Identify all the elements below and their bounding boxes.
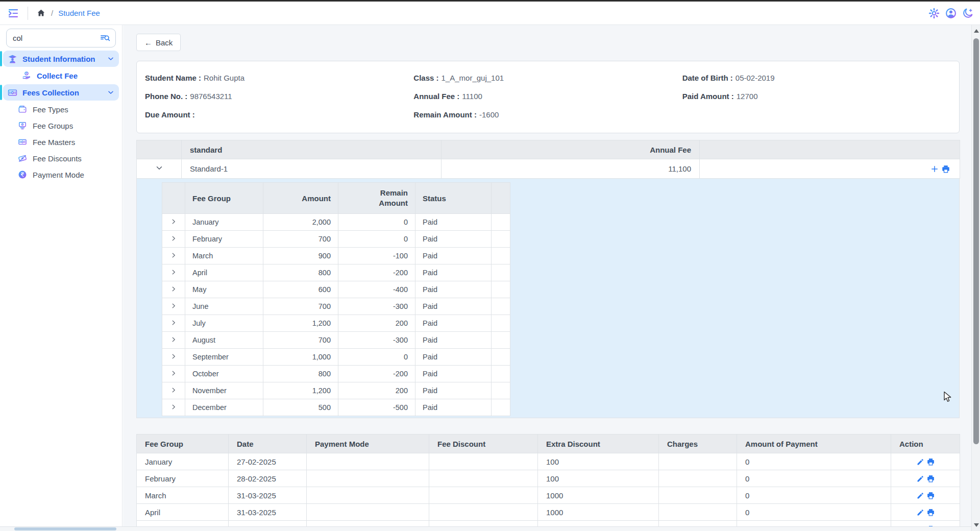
vertical-scrollbar-thumb[interactable]: [973, 38, 979, 444]
collect-fee-icon: [21, 70, 32, 81]
fee-group-row: May600-400Paid: [162, 281, 510, 298]
chevron-right-icon[interactable]: [170, 353, 177, 360]
expand-header-cell: [137, 140, 182, 159]
payment-row: January 27-02-2025 100 0: [137, 453, 960, 470]
sidebar-item-label: Fees Collection: [22, 88, 79, 97]
sidebar-item-fee-groups[interactable]: Fee Groups: [13, 118, 119, 133]
payments-table: Fee Group Date Payment Mode Fee Discount…: [136, 434, 960, 531]
chevron-right-icon[interactable]: [170, 235, 177, 242]
fee-group-row: July1,200200Paid: [162, 315, 510, 332]
add-icon[interactable]: [930, 164, 939, 174]
sidebar-item-payment-mode[interactable]: Payment Mode: [13, 167, 119, 182]
fee-group-header-row: Fee Group Amount Remain Amount Status: [162, 183, 510, 214]
sidebar-item-label: Fee Discounts: [33, 154, 82, 163]
fee-types-icon: [17, 104, 28, 115]
chevron-right-icon[interactable]: [170, 285, 177, 293]
fee-group-header: Fee Group: [185, 183, 263, 214]
sidebar-search-input[interactable]: [13, 34, 100, 42]
sidebar-toggle-icon[interactable]: [7, 7, 19, 19]
fee-groups-icon: [17, 120, 28, 131]
search-icon[interactable]: [100, 33, 110, 43]
chevron-right-icon[interactable]: [170, 252, 177, 259]
annual-fee-header: Annual Fee: [442, 140, 700, 159]
print-icon[interactable]: [941, 164, 950, 174]
settings-gear-icon[interactable]: [928, 7, 940, 19]
sidebar-item-label: Collect Fee: [37, 71, 78, 80]
breadcrumb[interactable]: Student Fee: [58, 9, 100, 17]
standard-table: standard Annual Fee Standard-1 11,100: [136, 140, 960, 179]
chevron-right-icon[interactable]: [170, 302, 177, 309]
status-cell: Paid: [415, 382, 492, 399]
edit-pencil-icon[interactable]: [916, 492, 924, 500]
expanded-standard-panel: Fee Group Amount Remain Amount Status Ja…: [136, 179, 960, 418]
status-cell: Paid: [415, 248, 492, 264]
fee-group-row: March900-100Paid: [162, 248, 510, 264]
standard-actions-cell: [700, 159, 960, 179]
sidebar-item-fees-collection[interactable]: Fees Collection: [3, 84, 119, 101]
fee-group-row: September1,0000Paid: [162, 349, 510, 366]
chevron-right-icon[interactable]: [170, 336, 177, 343]
info-paid-amount: Paid Amount :12700: [682, 92, 951, 101]
collapse-row-cell: [137, 159, 182, 179]
vertical-scrollbar[interactable]: [971, 25, 980, 531]
scroll-down-arrow[interactable]: [974, 523, 979, 527]
edit-pencil-icon[interactable]: [916, 509, 924, 517]
payment-row: April 31-03-2025 1000 0: [137, 504, 960, 521]
print-icon[interactable]: [926, 474, 935, 483]
top-bar: / Student Fee: [0, 2, 980, 25]
chevron-right-icon[interactable]: [170, 403, 177, 411]
dark-mode-moon-icon[interactable]: [962, 7, 974, 19]
chevron-down-icon: [107, 88, 115, 96]
sidebar-item-label: Fee Masters: [33, 138, 75, 147]
screen-edge: [0, 0, 980, 2]
user-profile-icon[interactable]: [945, 7, 957, 19]
payment-row: March 31-03-2025 1000 0: [137, 487, 960, 504]
info-annual-fee: Annual Fee :11100: [413, 92, 682, 101]
print-icon[interactable]: [926, 508, 935, 517]
sidebar-item-collect-fee[interactable]: Collect Fee: [17, 68, 119, 83]
standard-row: Standard-1 11,100: [137, 159, 960, 179]
fee-discounts-icon: [17, 153, 28, 164]
fees-collection-icon: [7, 87, 18, 98]
chevron-right-icon[interactable]: [170, 269, 177, 276]
info-date-of-birth: Date of Birth :05-02-2019: [682, 74, 951, 82]
student-info-panel: Student Name :Rohit Gupta Class :1_A_mor…: [136, 61, 960, 133]
status-header: Status: [415, 183, 492, 214]
chevron-down-icon[interactable]: [155, 163, 164, 173]
edit-pencil-icon[interactable]: [916, 475, 924, 483]
scroll-up-arrow[interactable]: [974, 29, 979, 33]
chevron-right-icon[interactable]: [170, 319, 177, 326]
status-cell: Paid: [415, 366, 492, 382]
amount-header: Amount: [263, 183, 338, 214]
horizontal-scrollbar[interactable]: [0, 526, 971, 531]
print-icon[interactable]: [926, 491, 935, 500]
sidebar-item-fee-masters[interactable]: Fee Masters: [13, 134, 119, 150]
chevron-right-icon[interactable]: [170, 387, 177, 394]
chevron-right-icon[interactable]: [170, 370, 177, 377]
sidebar-item-label: Payment Mode: [33, 171, 84, 179]
horizontal-scrollbar-thumb[interactable]: [14, 527, 116, 530]
actions-cell: [891, 470, 960, 487]
sidebar-item-fee-types[interactable]: Fee Types: [13, 102, 119, 117]
sidebar-item-label: Fee Groups: [33, 122, 73, 130]
fee-group-row: February7000Paid: [162, 231, 510, 248]
print-icon[interactable]: [926, 457, 935, 466]
edit-pencil-icon[interactable]: [916, 458, 924, 466]
fee-group-row: January2,0000Paid: [162, 214, 510, 231]
chevron-right-icon[interactable]: [170, 218, 177, 225]
info-class: Class :1_A_mor_guj_101: [413, 74, 682, 82]
fee-group-row: December500-500Paid: [162, 399, 510, 416]
main-content: ← Back Student Name :Rohit Gupta Class :…: [123, 25, 980, 531]
remain-amount-header: Remain Amount: [338, 183, 415, 214]
info-student-name: Student Name :Rohit Gupta: [145, 74, 413, 82]
back-button[interactable]: ← Back: [136, 34, 181, 51]
payments-header-row: Fee Group Date Payment Mode Fee Discount…: [137, 435, 960, 453]
status-cell: Paid: [415, 399, 492, 416]
chevron-down-icon: [107, 55, 115, 63]
home-icon[interactable]: [36, 8, 46, 18]
status-cell: Paid: [415, 231, 492, 248]
sidebar-item-fee-discounts[interactable]: Fee Discounts: [13, 151, 119, 166]
fee-group-row: October800-200Paid: [162, 366, 510, 382]
sidebar-item-student-information[interactable]: Student Information: [3, 51, 119, 67]
fee-group-row: April800-200Paid: [162, 264, 510, 281]
